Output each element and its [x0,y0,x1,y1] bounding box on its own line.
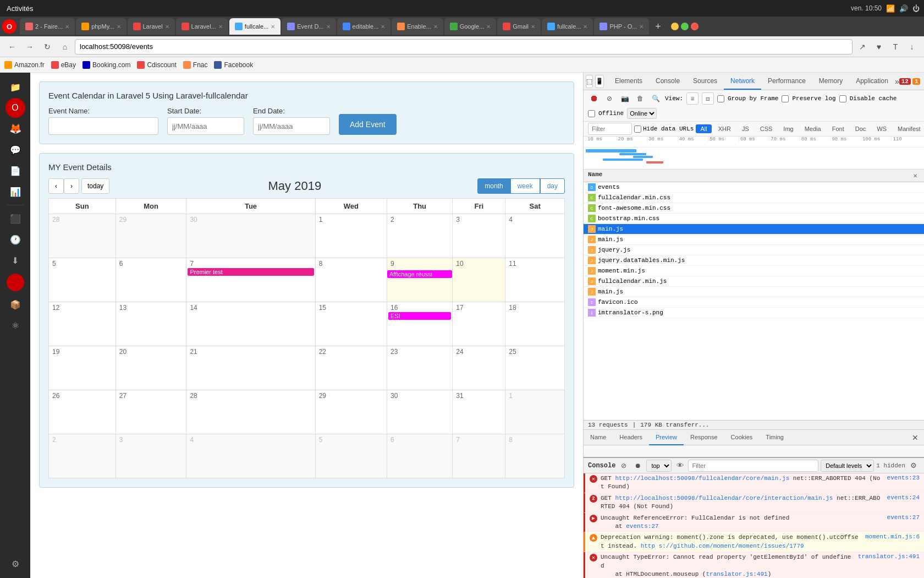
cal-cell[interactable]: 6 [387,434,452,478]
minimize-button[interactable] [671,23,679,30]
devtools-tab-elements[interactable]: Elements [608,73,649,90]
cal-cell[interactable]: 28 [186,390,315,434]
console-top-select[interactable]: top [646,460,672,472]
cal-cell[interactable]: 1 [315,214,387,258]
console-record-button[interactable]: ⏺ [632,460,644,472]
net-item-main-js3[interactable]: J main.js [584,287,924,297]
group-by-frame-checkbox[interactable] [717,95,724,102]
add-event-button[interactable]: Add Event [339,114,397,135]
net-item-favicon[interactable]: I favicon.ico [584,297,924,308]
console-source-5[interactable]: translator.js:491 [858,553,920,560]
reload-button[interactable]: ↻ [40,39,55,54]
sidebar-files-icon[interactable]: 📁 [6,77,25,97]
tab-php[interactable]: PHP - O... ✕ [594,18,649,35]
sidebar-whatsapp-icon[interactable]: 💬 [6,140,25,160]
cal-cell[interactable]: 1 [505,390,565,434]
bookmark-ebay[interactable]: eBay [51,61,76,69]
sidebar-spreadsheet-icon[interactable]: 📊 [6,182,25,201]
sidebar-atom-icon[interactable]: ⚛ [6,315,25,335]
send-button[interactable]: ↗ [855,39,870,54]
net-record-button[interactable]: ⏺ [588,92,600,105]
cal-next-button[interactable]: › [64,178,79,194]
net-item-bootstrap-css[interactable]: C bootstrap.min.css [584,214,924,224]
forward-button[interactable]: → [22,39,37,54]
devtools-tab-sources[interactable]: Sources [686,73,724,90]
hide-data-urls-checkbox[interactable] [634,126,641,133]
bookmark-cdiscount[interactable]: Cdiscount [137,61,176,69]
cal-cell[interactable]: 5 [315,434,387,478]
address-bar[interactable] [75,39,853,54]
tab-close-icon[interactable]: ✕ [486,24,491,30]
net-col-close-button[interactable]: ✕ [911,171,920,180]
cal-cell[interactable]: 29 [116,214,186,258]
filter-xhr-button[interactable]: XHR [714,124,735,133]
console-link-3[interactable]: events:27 [626,523,658,530]
console-link-2[interactable]: http://localhost:50098/fullcalendar/core… [615,495,833,501]
console-link-1[interactable]: http://localhost:50098/fullcalendar/core… [615,475,789,482]
tab-laravel2[interactable]: Laravel... ✕ [176,18,228,35]
tab-close-icon[interactable]: ✕ [639,24,644,30]
filter-css-button[interactable]: CSS [756,124,777,133]
sidebar-clock-icon[interactable]: 🕐 [6,230,25,249]
end-date-input[interactable] [253,117,330,135]
devtools-more-tabs-button[interactable]: » [895,75,899,88]
cal-today-button[interactable]: today [81,178,109,194]
console-levels-select[interactable]: Default levels [821,460,874,472]
cal-cell[interactable]: 17 [453,302,505,346]
tab-close-icon[interactable]: ✕ [65,24,69,30]
sidebar-opera-icon[interactable]: O [6,98,25,118]
tab-close-icon[interactable]: ✕ [117,24,121,30]
activities-button[interactable]: Activités [4,4,35,13]
sub-tab-timing[interactable]: Timing [759,430,790,445]
tab-phpmyadmin[interactable]: phpMy... ✕ [76,18,126,35]
console-source-2[interactable]: events:24 [887,494,920,501]
console-link-4[interactable]: http s://github.com/moment/moment/issues… [641,543,804,549]
net-camera-button[interactable]: 📷 [619,92,631,105]
console-settings-button[interactable]: ⚙ [908,460,920,472]
new-tab-button[interactable]: + [650,19,666,34]
filter-img-button[interactable]: Img [779,124,798,133]
cal-cell[interactable]: 23 [387,346,452,390]
net-item-events[interactable]: D events [584,182,924,193]
net-item-imtranslator[interactable]: I imtranslator-s.png [584,308,924,318]
cal-cell[interactable]: 20 [116,346,186,390]
sub-tab-headers[interactable]: Headers [613,430,649,445]
cal-cell[interactable]: 24 [453,346,505,390]
filter-media-button[interactable]: Media [800,124,826,133]
disable-cache-checkbox[interactable] [839,95,846,102]
cal-cell[interactable]: 14 [186,302,315,346]
sub-panel-close-button[interactable]: ✕ [909,431,922,444]
filter-js-button[interactable]: JS [738,124,754,133]
tab-close-icon[interactable]: ✕ [381,24,385,30]
cal-cell[interactable]: 21 [186,346,315,390]
sub-tab-name[interactable]: Name [584,430,613,445]
tab-close-icon[interactable]: ✕ [271,24,275,30]
download-button[interactable]: ↓ [904,39,920,54]
bookmark-fnac[interactable]: Fnac [183,61,208,69]
console-clear-button[interactable]: ⊘ [618,460,630,472]
console-filter-input[interactable] [688,460,818,472]
cal-event-premier-test[interactable]: Premier test [188,268,314,276]
tab-editable[interactable]: editable... ✕ [337,18,391,35]
filter-ws-button[interactable]: WS [872,124,891,133]
console-source-4[interactable]: moment.min.js:6 [865,533,920,540]
devtools-tab-network[interactable]: Network [724,73,761,90]
tab-google[interactable]: Google... ✕ [444,18,497,35]
offline-checkbox[interactable] [588,110,595,117]
net-clear-button[interactable]: 🗑 [634,92,646,105]
filter-font-button[interactable]: Font [828,124,849,133]
preserve-log-checkbox[interactable] [782,95,789,102]
network-filter-input[interactable] [588,123,632,135]
cal-cell[interactable]: 9 Affichage réussi [387,258,452,302]
cal-cell[interactable]: 31 [453,390,505,434]
tab-close-icon[interactable]: ✕ [326,24,331,30]
cal-cell[interactable]: 10 [453,258,505,302]
cal-cell[interactable]: 18 [505,302,565,346]
bookmark-booking[interactable]: Booking.com [82,61,130,69]
devtools-tab-application[interactable]: Application [849,73,895,90]
cal-cell[interactable]: 2 [49,434,116,478]
tab-close-icon[interactable]: ✕ [531,24,535,30]
devtools-inspect-button[interactable]: ⬚ [586,75,593,88]
net-item-main-js2[interactable]: J main.js [584,235,924,245]
close-button[interactable] [691,23,698,30]
